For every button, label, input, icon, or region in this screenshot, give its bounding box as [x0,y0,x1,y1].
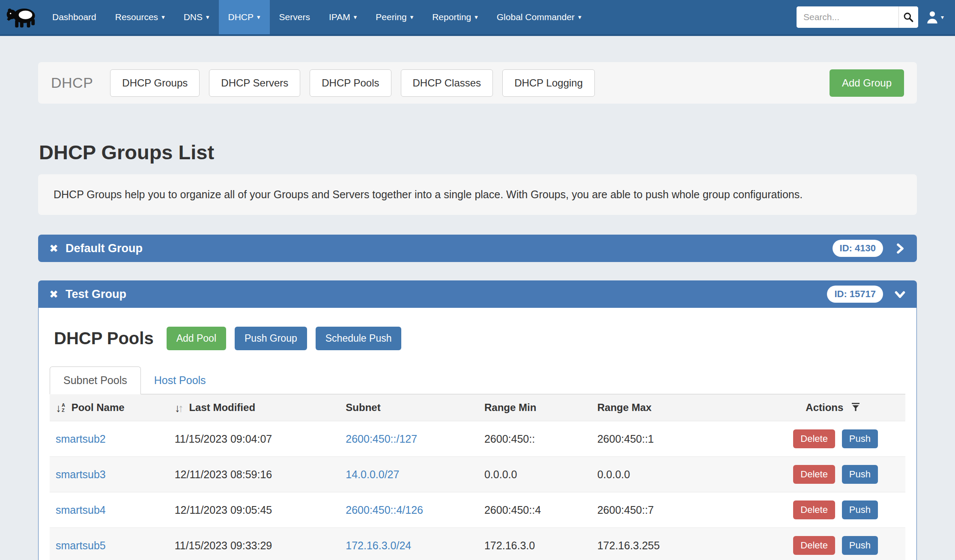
chevron-down-icon: ▾ [354,13,357,21]
subnav-button-dhcp-groups[interactable]: DHCP Groups [110,69,200,97]
push-button[interactable]: Push [842,500,878,519]
nav-item-dhcp[interactable]: DHCP ▾ [219,0,270,34]
nav-item-label: IPAM [329,12,350,22]
table-row: smartsub3 12/11/2023 08:59:16 14.0.0.0/2… [50,457,905,492]
nav-item-label: Global Commander [497,12,575,22]
nav-item-peering[interactable]: Peering ▾ [366,0,423,34]
nav-item-dashboard[interactable]: Dashboard [43,0,106,34]
nav-item-label: DHCP [228,12,254,22]
close-icon[interactable]: ✖ [49,289,58,300]
pool-name-link[interactable]: smartsub2 [56,433,106,445]
pool-name-link[interactable]: smartsub4 [56,504,106,516]
delete-button[interactable]: Delete [793,536,835,555]
add-group-button[interactable]: Add Group [830,69,904,97]
chevron-down-icon: ▾ [941,14,944,21]
range-min-cell: 2600:450::4 [484,492,597,528]
subnav-button-dhcp-pools[interactable]: DHCP Pools [310,69,391,97]
subnav-button-dhcp-classes[interactable]: DHCP Classes [401,69,493,97]
collapse-group-control[interactable] [894,289,906,300]
table-row: smartsub4 12/11/2023 09:05:45 2600:450::… [50,492,905,528]
subnav-button-dhcp-logging[interactable]: DHCP Logging [502,69,595,97]
dhcp-subnav: DHCP DHCP GroupsDHCP ServersDHCP PoolsDH… [38,62,917,104]
push-group-button[interactable]: Push Group [235,327,307,350]
chevron-right-icon [894,243,906,254]
table-row: smartsub5 11/15/2023 09:33:29 172.16.3.0… [50,528,905,560]
col-last-modified[interactable]: ↓↑ Last Modified [175,394,346,421]
chevron-down-icon [894,289,906,300]
chevron-down-icon: ▾ [475,13,478,21]
pools-table-body: smartsub2 11/15/2023 09:04:07 2600:450::… [50,421,905,560]
chevron-down-icon: ▾ [161,13,165,21]
nav-item-label: Resources [115,12,158,22]
delete-button[interactable]: Delete [793,500,835,519]
sort-alpha-asc-icon[interactable]: ↓AZ [56,402,65,414]
col-label: Subnet [346,402,380,413]
col-pool-name[interactable]: ↓AZ Pool Name [50,394,175,421]
col-label: Actions [806,402,843,413]
group-header-default-group[interactable]: ✖ Default Group ID: 4130 [38,235,917,262]
chevron-down-icon: ▾ [410,13,414,21]
range-min-cell: 0.0.0.0 [484,457,597,492]
chevron-down-icon: ▾ [206,13,209,21]
range-max-cell: 2600:450::1 [597,421,738,457]
subnet-link[interactable]: 2600:450::4/126 [346,504,423,516]
expand-group-control[interactable] [894,243,906,254]
pools-header: DHCP Pools Add Pool Push Group Schedule … [54,327,905,350]
nav-item-label: Peering [376,12,406,22]
subnet-link[interactable]: 2600:450::/127 [346,433,417,445]
dhcp-subnav-buttons: DHCP GroupsDHCP ServersDHCP PoolsDHCP Cl… [110,69,604,97]
bear-logo[interactable] [0,0,43,34]
pool-name-link[interactable]: smartsub5 [56,539,106,551]
nav-item-label: DNS [184,12,203,22]
group-id-badge: ID: 4130 [833,240,883,257]
push-button[interactable]: Push [842,429,878,448]
tab-host-pools[interactable]: Host Pools [141,367,219,394]
delete-button[interactable]: Delete [793,465,835,484]
nav-item-label: Reporting [432,12,471,22]
col-label: Range Max [597,402,652,413]
nav-item-global-commander[interactable]: Global Commander ▾ [487,0,591,34]
tab-subnet-pools[interactable]: Subnet Pools [50,366,141,394]
actions-cell: Delete Push [737,457,905,492]
last-modified-cell: 12/11/2023 08:59:16 [175,457,346,492]
nav-item-resources[interactable]: Resources ▾ [106,0,174,34]
dhcp-subnav-label: DHCP [51,74,93,91]
delete-button[interactable]: Delete [793,429,835,448]
nav-item-dns[interactable]: DNS ▾ [174,0,219,34]
pools-tabs: Subnet Pools Host Pools [50,366,905,394]
group-name: Default Group [66,242,143,255]
add-pool-button[interactable]: Add Pool [167,327,226,350]
push-button[interactable]: Push [842,465,878,484]
range-max-cell: 0.0.0.0 [597,457,738,492]
schedule-push-button[interactable]: Schedule Push [316,327,402,350]
search-button[interactable] [898,6,918,28]
close-icon[interactable]: ✖ [49,243,58,254]
filter-icon[interactable] [851,402,861,412]
user-menu[interactable]: ▾ [926,10,944,24]
actions-cell: Delete Push [737,421,905,457]
nav-item-reporting[interactable]: Reporting ▾ [423,0,487,34]
subnet-link[interactable]: 14.0.0.0/27 [346,468,399,480]
push-button[interactable]: Push [842,536,878,555]
col-subnet: Subnet [346,394,484,421]
nav-item-label: Dashboard [52,12,96,22]
page-title: DHCP Groups List [39,140,917,164]
chevron-down-icon: ▾ [257,13,260,21]
group-id-badge: ID: 15717 [827,286,883,303]
range-min-cell: 2600:450:: [484,421,597,457]
col-label: Range Min [484,402,536,413]
pool-name-link[interactable]: smartsub3 [56,468,106,480]
group-header-test-group[interactable]: ✖ Test Group ID: 15717 [38,280,917,308]
nav-item-ipam[interactable]: IPAM ▾ [319,0,366,34]
nav-item-servers[interactable]: Servers [270,0,319,34]
col-label: Last Modified [189,402,255,413]
sort-icon[interactable]: ↓↑ [175,402,184,414]
search-input[interactable] [797,6,898,28]
last-modified-cell: 11/15/2023 09:04:07 [175,421,346,457]
table-header-row: ↓AZ Pool Name ↓↑ Last Modified Subnet Ra… [50,394,905,421]
subnet-link[interactable]: 172.16.3.0/24 [346,539,411,551]
col-label: Pool Name [72,402,125,413]
col-range-max: Range Max [597,394,738,421]
search-icon [903,12,914,23]
subnav-button-dhcp-servers[interactable]: DHCP Servers [209,69,300,97]
